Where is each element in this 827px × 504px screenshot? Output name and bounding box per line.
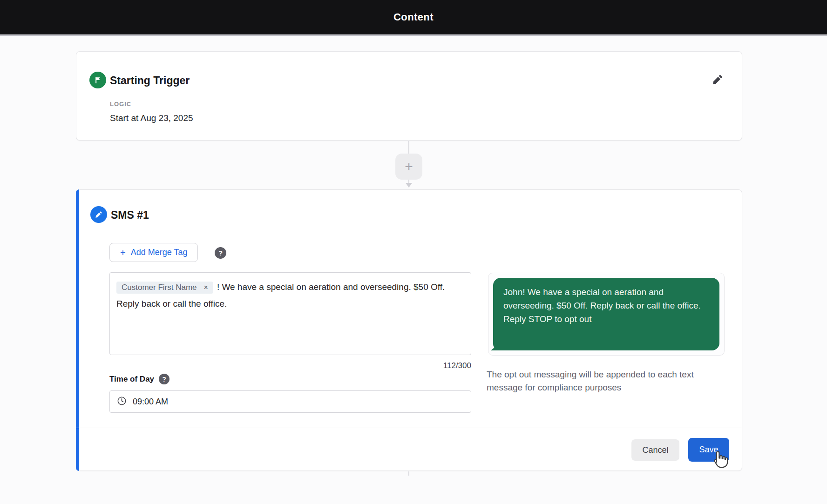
sms-card-accent-bar [76,189,79,471]
plus-icon: + [405,159,413,175]
sms-preview-panel: John! We have a special on aeration and … [488,273,725,356]
save-button[interactable]: Save [688,438,729,462]
add-merge-tag-label: Add Merge Tag [131,248,188,257]
preview-message-text: John! We have a special on aeration and … [503,287,701,310]
merge-tag-help-icon[interactable]: ? [215,247,226,259]
clock-icon [117,396,127,408]
connector-line [408,471,409,476]
sms-preview-bubble: John! We have a special on aeration and … [493,278,719,350]
close-icon[interactable]: × [204,284,208,291]
merge-tag-chip-label: Customer First Name [122,283,197,292]
sms-message-editor[interactable]: Customer First Name×! We have a special … [109,272,471,355]
preview-opt-out-text: Reply STOP to opt out [503,314,591,324]
trigger-logic-value: Start at Aug 23, 2025 [110,113,193,123]
trigger-card-title: Starting Trigger [110,74,190,87]
time-of-day-input[interactable]: 09:00 AM [109,390,471,413]
character-counter: 112/300 [109,361,471,370]
time-of-day-label: Time of Day [109,375,154,384]
footer-divider [76,428,742,428]
compliance-note: The opt out messaging will be appended t… [487,368,720,394]
add-step-button[interactable]: + [395,154,422,180]
page-title: Content [393,11,434,23]
pencil-icon [712,74,724,87]
flag-icon [89,72,106,88]
top-bar: Content [0,0,827,36]
merge-tag-chip[interactable]: Customer First Name× [116,282,213,294]
starting-trigger-card: Starting Trigger LOGIC Start at Aug 23, … [76,51,742,141]
logic-section-label: LOGIC [110,101,131,108]
arrow-down-icon [406,183,412,188]
edit-trigger-button[interactable] [708,70,727,90]
time-of-day-row: Time of Day ? [109,374,169,384]
sms-card: SMS #1 + Add Merge Tag ? Customer First … [76,189,742,471]
cancel-button[interactable]: Cancel [631,439,679,461]
time-value: 09:00 AM [133,397,168,407]
sms-pencil-icon [90,206,107,223]
add-merge-tag-button[interactable]: + Add Merge Tag [109,243,198,262]
time-of-day-help-icon[interactable]: ? [159,374,169,384]
sms-card-title: SMS #1 [111,209,149,222]
plus-icon: + [120,248,126,257]
